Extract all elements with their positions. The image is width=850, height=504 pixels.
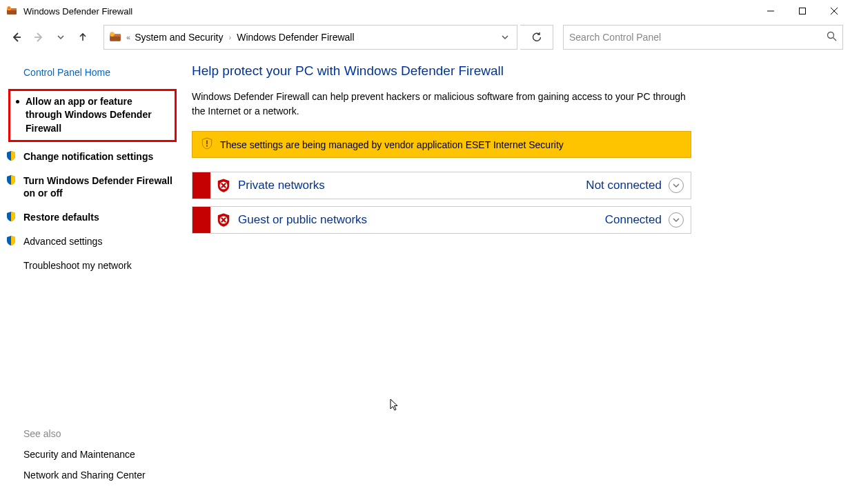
network-private-row[interactable]: Private networks Not connected bbox=[192, 172, 691, 199]
see-also-heading: See also bbox=[23, 428, 182, 439]
shield-icon bbox=[6, 174, 17, 185]
network-label: Private networks bbox=[238, 179, 586, 192]
window-title: Windows Defender Firewall bbox=[23, 6, 132, 17]
recent-locations-button[interactable] bbox=[51, 28, 70, 47]
up-button[interactable] bbox=[73, 28, 92, 47]
highlighted-task-label: Allow an app or feature through Windows … bbox=[26, 95, 169, 136]
maximize-button[interactable] bbox=[787, 0, 818, 22]
status-strip bbox=[192, 207, 210, 233]
expand-icon[interactable] bbox=[669, 212, 684, 228]
page-description: Windows Defender Firewall can help preve… bbox=[192, 90, 689, 119]
network-status: Connected bbox=[605, 213, 662, 227]
svg-point-12 bbox=[828, 32, 834, 39]
network-status: Not connected bbox=[586, 179, 662, 192]
control-panel-home-link[interactable]: Control Panel Home bbox=[0, 62, 182, 83]
main-panel: Help protect your PC with Windows Defend… bbox=[182, 52, 850, 504]
page-heading: Help protect your PC with Windows Defend… bbox=[192, 63, 839, 79]
shield-icon bbox=[6, 235, 17, 246]
shield-icon bbox=[6, 150, 17, 161]
breadcrumb-part-1[interactable]: System and Security bbox=[135, 32, 223, 43]
network-label: Guest or public networks bbox=[238, 213, 605, 227]
firewall-path-icon bbox=[108, 30, 122, 44]
refresh-button[interactable] bbox=[520, 25, 553, 50]
bullet-icon bbox=[16, 100, 19, 103]
search-input[interactable] bbox=[569, 32, 827, 43]
see-also-network-sharing[interactable]: Network and Sharing Center bbox=[23, 470, 182, 481]
status-strip bbox=[192, 172, 210, 199]
warning-shield-icon bbox=[201, 137, 213, 152]
sidebar-troubleshoot[interactable]: Troubleshoot my network bbox=[0, 255, 182, 276]
breadcrumb-root[interactable]: « bbox=[126, 33, 130, 41]
svg-point-15 bbox=[206, 145, 208, 147]
firewall-app-icon bbox=[6, 5, 18, 17]
sidebar-turn-onoff[interactable]: Turn Windows Defender Firewall on or off bbox=[0, 170, 182, 205]
close-button[interactable] bbox=[818, 0, 850, 22]
minimize-button[interactable] bbox=[755, 0, 787, 22]
sidebar-advanced-settings[interactable]: Advanced settings bbox=[0, 231, 182, 252]
breadcrumb-part-2[interactable]: Windows Defender Firewall bbox=[237, 32, 354, 43]
search-icon[interactable] bbox=[827, 31, 837, 43]
address-dropdown[interactable] bbox=[496, 26, 514, 49]
breadcrumb-separator: › bbox=[229, 33, 232, 41]
banner-text: These settings are being managed by vend… bbox=[220, 139, 564, 150]
vendor-banner: These settings are being managed by vend… bbox=[192, 131, 691, 158]
shield-icon bbox=[6, 211, 17, 222]
expand-icon[interactable] bbox=[669, 178, 684, 193]
forward-button[interactable] bbox=[29, 28, 48, 47]
shield-blocked-icon bbox=[216, 212, 231, 228]
search-box[interactable] bbox=[563, 25, 843, 50]
see-also-security[interactable]: Security and Maintenance bbox=[23, 449, 182, 460]
navbar: « System and Security › Windows Defender… bbox=[0, 22, 850, 52]
address-bar[interactable]: « System and Security › Windows Defender… bbox=[103, 25, 517, 50]
shield-blocked-icon bbox=[216, 178, 231, 193]
see-also-section: See also Security and Maintenance Networ… bbox=[0, 428, 182, 490]
svg-point-11 bbox=[110, 32, 115, 37]
sidebar-restore-defaults[interactable]: Restore defaults bbox=[0, 207, 182, 228]
svg-line-13 bbox=[833, 38, 837, 41]
titlebar: Windows Defender Firewall bbox=[0, 0, 850, 22]
highlighted-task[interactable]: Allow an app or feature through Windows … bbox=[8, 89, 177, 142]
sidebar-change-notification[interactable]: Change notification settings bbox=[0, 146, 182, 168]
back-button[interactable] bbox=[7, 28, 26, 47]
network-public-row[interactable]: Guest or public networks Connected bbox=[192, 206, 691, 234]
svg-rect-4 bbox=[800, 8, 806, 14]
sidebar: Control Panel Home Allow an app or featu… bbox=[0, 52, 182, 504]
